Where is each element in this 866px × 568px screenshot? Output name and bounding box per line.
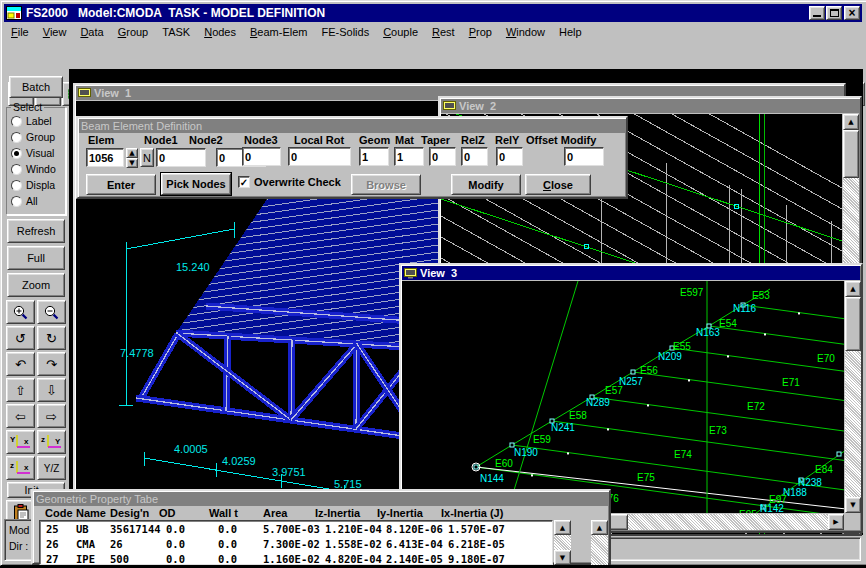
pan-down-button[interactable]: ⇩ (37, 378, 66, 402)
elem-spin-up[interactable]: ▲ (126, 148, 138, 158)
view2-title-bar[interactable]: View 2 (441, 99, 859, 113)
view2-scroll-thumb[interactable] (843, 130, 859, 178)
taper-field[interactable] (429, 147, 456, 166)
maximize-button[interactable] (826, 6, 842, 20)
geom-field[interactable] (359, 147, 389, 166)
radio-group[interactable] (11, 132, 22, 143)
table-cell: 0.0 (166, 538, 185, 550)
view-zx-button[interactable]: zx (6, 456, 35, 480)
menu-item-nodes[interactable]: Nodes (197, 25, 243, 39)
browse-button[interactable]: Browse (351, 174, 421, 195)
radio-option-windo[interactable]: Windo (7, 161, 65, 177)
menu-item-task[interactable]: TASK (155, 25, 197, 39)
radio-option-visual[interactable]: Visual (7, 145, 65, 161)
table-list-scroll-up[interactable]: ▲ (554, 520, 571, 535)
radio-windo[interactable] (11, 164, 22, 175)
table-window-scrollbar[interactable]: ▲ (591, 520, 608, 565)
rotate-cw-button[interactable]: ↻ (37, 326, 66, 350)
zoom-out-button[interactable] (37, 300, 66, 324)
menu-item-help[interactable]: Help (552, 25, 589, 39)
beam-element-dialog[interactable]: Beam Element Definition Elem Node1 Node2… (76, 116, 628, 199)
element-label: E53 (752, 290, 770, 301)
element-label: E54 (719, 318, 737, 329)
radio-option-group[interactable]: Group (7, 129, 65, 145)
overwrite-checkbox[interactable]: ✓ (238, 176, 250, 188)
pan-up-button[interactable]: ⇧ (6, 378, 35, 402)
elem-field[interactable] (86, 148, 124, 167)
menu-item-window[interactable]: Window (499, 25, 552, 39)
enter-button[interactable]: Enter (86, 174, 156, 195)
radio-option-label[interactable]: Label (7, 113, 65, 129)
spin-right-button[interactable]: ↷ (37, 352, 66, 376)
menu-item-data[interactable]: Data (73, 25, 110, 39)
property-table-window[interactable]: Geometric Property Tabe CodeNameDesig'nO… (31, 489, 611, 565)
view3-scroll-thumb[interactable] (845, 297, 861, 351)
menu-item-fesolids[interactable]: FE-Solids (314, 25, 376, 39)
spin-left-button[interactable]: ↶ (6, 352, 35, 376)
zoom-button[interactable]: Zoom (7, 273, 65, 297)
zoom-in-icon (12, 304, 29, 321)
view3-canvas[interactable]: E597E53N116E54N163E55N209E56N257E57N289E… (402, 281, 844, 513)
refresh-button[interactable]: Refresh (7, 219, 65, 243)
minimize-button[interactable] (809, 6, 825, 20)
full-button[interactable]: Full (7, 246, 65, 270)
view3-title-bar[interactable]: View 3 (402, 266, 860, 280)
radio-option-displa[interactable]: Displa (7, 177, 65, 193)
batch-button[interactable]: Batch (9, 76, 63, 98)
table-window-scroll-up[interactable]: ▲ (591, 520, 608, 535)
rely-field[interactable] (496, 147, 523, 166)
menu-item-rest[interactable]: Rest (425, 25, 462, 39)
app-icon[interactable] (6, 6, 22, 20)
overwrite-check[interactable]: ✓ Overwrite Check (238, 176, 341, 188)
table-list[interactable]: 25UB356171440.00.05.700E-031.210E-048.12… (39, 520, 553, 565)
table-cell: 0.0 (166, 523, 185, 535)
radio-displa[interactable] (11, 180, 22, 191)
table-cell: 2.140E-05 (386, 553, 443, 565)
menu-item-couple[interactable]: Couple (376, 25, 425, 39)
view3-scroll-up[interactable]: ▲ (845, 281, 861, 297)
table-list-scroll-down[interactable]: ▼ (554, 550, 571, 565)
table-title-bar[interactable]: Geometric Property Tabe (34, 492, 608, 506)
pan-left-button[interactable]: ⇦ (6, 404, 35, 428)
relz-field[interactable] (461, 147, 488, 166)
menu-item-file[interactable]: File (4, 25, 36, 39)
menu-item-prop[interactable]: Prop (462, 25, 499, 39)
node3-field[interactable] (242, 147, 281, 166)
table-row[interactable]: 25UB356171440.00.05.700E-031.210E-048.12… (40, 523, 552, 538)
table-row[interactable]: 27IPE5000.00.01.160E-024.820E-042.140E-0… (40, 553, 552, 565)
menu-item-view[interactable]: View (36, 25, 74, 39)
dialog-title-bar[interactable]: Beam Element Definition (79, 119, 625, 133)
n-button[interactable]: N (140, 148, 154, 167)
view3-scroll-down[interactable]: ▼ (845, 497, 861, 513)
pick-nodes-button[interactable]: Pick Nodes (161, 173, 231, 195)
node1-field[interactable] (156, 148, 206, 167)
zoom-in-button[interactable] (6, 300, 35, 324)
mat-field[interactable] (394, 147, 424, 166)
local-rot-field[interactable] (288, 147, 351, 166)
offset-field[interactable] (564, 147, 604, 166)
rotate-ccw-button[interactable]: ↺ (6, 326, 35, 350)
mode-label: Mod (9, 524, 29, 536)
elem-spin-down[interactable]: ▼ (126, 158, 138, 168)
menu-item-group[interactable]: Group (111, 25, 156, 39)
radio-all[interactable] (11, 196, 22, 207)
table-row[interactable]: 26CMA260.00.07.300E-021.558E-026.413E-04… (40, 538, 552, 553)
view-zy-button[interactable]: zY (37, 430, 66, 454)
title-bar: FS2000 Model:CMODA TASK - MODEL DEFINITI… (4, 4, 862, 22)
close-button[interactable]: × (844, 6, 860, 20)
radio-label[interactable] (11, 116, 22, 127)
pan-right-button[interactable]: ⇨ (37, 404, 66, 428)
menu-item-beamelem[interactable]: Beam-Elem (243, 25, 314, 39)
table-list-scrollbar[interactable]: ▲ ▼ (554, 520, 571, 565)
view3-vscrollbar[interactable]: ▲ ▼ (845, 281, 861, 513)
radio-visual[interactable] (11, 148, 22, 159)
view3-scroll-right[interactable]: ▶ (828, 514, 844, 530)
close-dialog-button[interactable]: Close (525, 174, 591, 195)
table-title: Geometric Property Tabe (36, 493, 158, 505)
view-yz-button[interactable]: Y/Z (37, 456, 66, 480)
radio-option-all[interactable]: All (7, 193, 65, 209)
view2-scroll-up[interactable]: ▲ (843, 114, 859, 130)
modify-button[interactable]: Modify (451, 174, 521, 195)
view-xy-button[interactable]: Yx (6, 430, 35, 454)
radio-label: Group (26, 131, 55, 143)
